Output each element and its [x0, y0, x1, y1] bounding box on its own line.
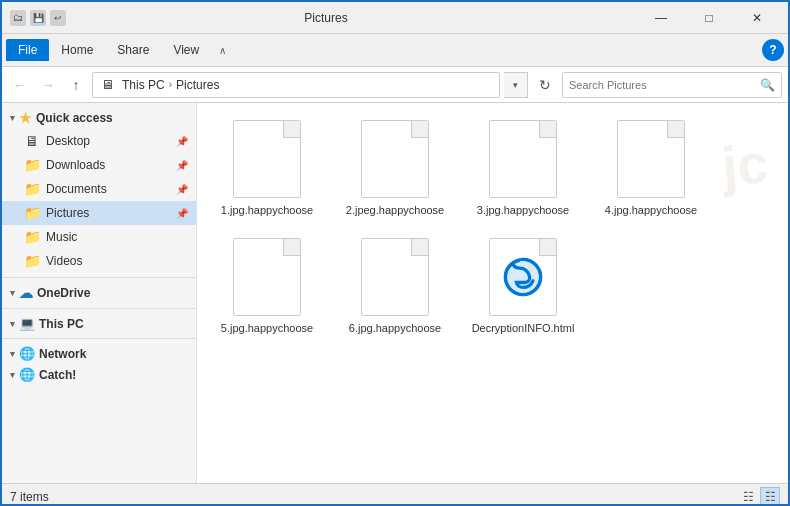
window-title: Pictures	[14, 11, 638, 25]
search-input[interactable]	[569, 79, 760, 91]
breadcrumb-pictures[interactable]: Pictures	[176, 78, 219, 92]
file-icon-3	[483, 119, 563, 199]
refresh-button[interactable]: ↻	[532, 72, 558, 98]
file-page-6	[361, 238, 429, 316]
tab-share[interactable]: Share	[105, 39, 161, 61]
tab-file[interactable]: File	[6, 39, 49, 61]
sidebar-item-pictures-label: Pictures	[46, 206, 89, 220]
sidebar: ▾ ★ Quick access 🖥 Desktop 📌 📁 Downloads…	[2, 103, 197, 483]
file-page-html	[489, 238, 557, 316]
main-area: ▾ ★ Quick access 🖥 Desktop 📌 📁 Downloads…	[2, 103, 788, 483]
file-item-6[interactable]: 6.jpg.happychoose	[335, 231, 455, 341]
sidebar-item-downloads-label: Downloads	[46, 158, 105, 172]
tab-view[interactable]: View	[161, 39, 211, 61]
file-icon-4	[611, 119, 691, 199]
tiles-view-button[interactable]: ☷	[760, 487, 780, 507]
sidebar-divider-2	[2, 308, 196, 309]
pictures-icon: 📁	[24, 205, 40, 221]
view-switcher: ☷ ☷	[738, 487, 780, 507]
title-bar: 🗂 💾 ↩ Pictures — □ ✕	[2, 2, 788, 34]
status-bar: 7 items ☷ ☷	[2, 483, 788, 506]
file-name-7: DecryptionINFO.html	[472, 321, 575, 335]
file-name-3: 3.jpg.happychoose	[477, 203, 569, 217]
network-chevron: ▾	[10, 349, 15, 359]
desktop-icon: 🖥	[24, 133, 40, 149]
sidebar-network-label: Network	[39, 347, 86, 361]
quick-access-header[interactable]: ▾ ★ Quick access	[2, 107, 196, 129]
file-name-4: 4.jpg.happychoose	[605, 203, 697, 217]
quick-access-chevron: ▾	[10, 113, 15, 123]
onedrive-chevron: ▾	[10, 288, 15, 298]
window-controls: — □ ✕	[638, 3, 780, 33]
sidebar-item-documents-label: Documents	[46, 182, 107, 196]
videos-icon: 📁	[24, 253, 40, 269]
sidebar-item-music[interactable]: 📁 Music	[2, 225, 196, 249]
file-name-5: 5.jpg.happychoose	[221, 321, 313, 335]
sidebar-item-music-label: Music	[46, 230, 77, 244]
pin-icon-pictures: 📌	[176, 208, 188, 219]
ribbon-collapse-button[interactable]: ∧	[211, 39, 233, 61]
svg-point-0	[503, 257, 543, 297]
documents-icon: 📁	[24, 181, 40, 197]
file-item-1[interactable]: 1.jpg.happychoose	[207, 113, 327, 223]
path-dropdown-button[interactable]: ▾	[504, 72, 528, 98]
sidebar-catch-label: Catch!	[39, 368, 76, 382]
search-icon[interactable]: 🔍	[760, 78, 775, 92]
sidebar-item-downloads[interactable]: 📁 Downloads 📌	[2, 153, 196, 177]
tab-home[interactable]: Home	[49, 39, 105, 61]
sidebar-item-documents[interactable]: 📁 Documents 📌	[2, 177, 196, 201]
file-page-3	[489, 120, 557, 198]
sidebar-divider-1	[2, 277, 196, 278]
search-box[interactable]: 🔍	[562, 72, 782, 98]
list-view-button[interactable]: ☷	[738, 487, 758, 507]
item-count: 7 items	[10, 490, 49, 504]
sidebar-thispc-label: This PC	[39, 317, 84, 331]
sidebar-item-desktop-label: Desktop	[46, 134, 90, 148]
edge-icon	[501, 255, 545, 299]
up-button[interactable]: ↑	[64, 73, 88, 97]
pin-icon-documents: 📌	[176, 184, 188, 195]
maximize-button[interactable]: □	[686, 3, 732, 33]
file-page-5	[233, 238, 301, 316]
file-page-1	[233, 120, 301, 198]
catch-chevron: ▾	[10, 370, 15, 380]
music-icon: 📁	[24, 229, 40, 245]
file-name-6: 6.jpg.happychoose	[349, 321, 441, 335]
file-item-7[interactable]: DecryptionINFO.html	[463, 231, 583, 341]
help-button[interactable]: ?	[762, 39, 784, 61]
file-page-4	[617, 120, 685, 198]
pin-icon-downloads: 📌	[176, 160, 188, 171]
sidebar-item-desktop[interactable]: 🖥 Desktop 📌	[2, 129, 196, 153]
network-header[interactable]: ▾ 🌐 Network	[2, 343, 196, 364]
sidebar-divider-3	[2, 338, 196, 339]
onedrive-header[interactable]: ▾ ☁ OneDrive	[2, 282, 196, 304]
file-name-1: 1.jpg.happychoose	[221, 203, 313, 217]
file-page-2	[361, 120, 429, 198]
sidebar-item-videos[interactable]: 📁 Videos	[2, 249, 196, 273]
file-item-3[interactable]: 3.jpg.happychoose	[463, 113, 583, 223]
close-button[interactable]: ✕	[734, 3, 780, 33]
forward-button[interactable]: →	[36, 73, 60, 97]
file-area: jc 1.jpg.happychoose 2.jpeg.happychoose …	[197, 103, 788, 483]
back-button[interactable]: ←	[8, 73, 32, 97]
file-icon-1	[227, 119, 307, 199]
sidebar-item-videos-label: Videos	[46, 254, 82, 268]
file-icon-7	[483, 237, 563, 317]
file-name-2: 2.jpeg.happychoose	[346, 203, 444, 217]
catch-header[interactable]: ▾ 🌐 Catch!	[2, 364, 196, 385]
quick-access-label: Quick access	[36, 111, 113, 125]
file-icon-5	[227, 237, 307, 317]
thispc-chevron: ▾	[10, 319, 15, 329]
file-item-5[interactable]: 5.jpg.happychoose	[207, 231, 327, 341]
ribbon: File Home Share View ∧ ?	[2, 34, 788, 67]
breadcrumb-thispc[interactable]: This PC	[122, 78, 165, 92]
pin-icon-desktop: 📌	[176, 136, 188, 147]
minimize-button[interactable]: —	[638, 3, 684, 33]
file-item-2[interactable]: 2.jpeg.happychoose	[335, 113, 455, 223]
sidebar-onedrive-label: OneDrive	[37, 286, 90, 300]
address-bar: ← → ↑ 🖥 This PC › Pictures ▾ ↻ 🔍	[2, 67, 788, 103]
sidebar-item-pictures[interactable]: 📁 Pictures 📌	[2, 201, 196, 225]
address-path[interactable]: 🖥 This PC › Pictures	[92, 72, 500, 98]
file-item-4[interactable]: 4.jpg.happychoose	[591, 113, 711, 223]
thispc-header[interactable]: ▾ 💻 This PC	[2, 313, 196, 334]
